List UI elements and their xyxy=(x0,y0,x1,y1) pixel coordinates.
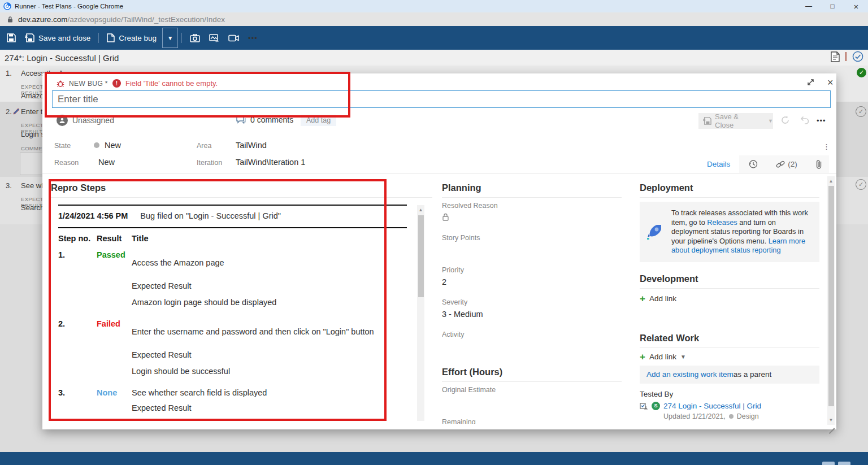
url-path: /azdevopsguide/TailWind/_testExecution/I… xyxy=(68,15,225,24)
refresh-icon[interactable] xyxy=(780,115,790,125)
dialog-more-button[interactable]: ••• xyxy=(817,116,826,125)
original-estimate-field[interactable]: Original Estimate xyxy=(442,386,622,414)
tab-details[interactable]: Details xyxy=(698,155,739,173)
add-link-label: Add link xyxy=(649,294,676,303)
bg-step3-expected: Search field should be displayed xyxy=(21,203,42,212)
repro-table-header: Step no. Result Title xyxy=(58,234,407,243)
assignee-control[interactable]: Unassigned xyxy=(57,115,114,126)
priority-value[interactable]: 2 xyxy=(442,275,622,294)
paperclip-icon xyxy=(815,159,822,170)
save-button[interactable] xyxy=(2,29,20,46)
save-close-label: Save & Close xyxy=(715,112,759,129)
url-domain: dev.azure.com xyxy=(18,15,68,24)
tested-by-workitem-link[interactable]: 274 Login - Successful | Grid xyxy=(663,402,761,410)
resize-grip[interactable] xyxy=(828,421,835,428)
story-points-field[interactable]: Story Points xyxy=(442,234,622,262)
expand-dialog-icon[interactable] xyxy=(806,78,815,86)
deployment-heading: Deployment xyxy=(640,182,819,193)
step-title: See whether search field is displayed xyxy=(132,388,407,397)
create-bug-icon xyxy=(107,33,115,42)
col-step-no: Step no. xyxy=(58,234,97,243)
save-and-close-dialog-button[interactable]: Save & Close ▼ xyxy=(698,113,773,129)
severity-field[interactable]: Severity 3 - Medium xyxy=(442,298,622,327)
mark-outcome-icon[interactable] xyxy=(852,51,863,62)
step-no: 2. xyxy=(58,319,97,381)
step-result: None xyxy=(97,388,132,418)
save-close-disabled-icon xyxy=(703,117,711,125)
original-estimate-value[interactable] xyxy=(442,395,622,414)
story-points-value[interactable] xyxy=(442,243,622,262)
save-and-close-button[interactable]: Save and close xyxy=(20,29,95,46)
repro-steps-section: Repro Steps 1/24/2021 4:56 PM Bug filed … xyxy=(51,180,432,424)
remaining-field[interactable]: Remaining xyxy=(442,418,622,424)
priority-field[interactable]: Priority 2 xyxy=(442,266,622,294)
create-bug-button[interactable]: Create bug xyxy=(102,29,161,46)
repro-steps-content: 1/24/2021 4:56 PM Bug filed on "Login - … xyxy=(51,198,432,418)
capture-image-button[interactable] xyxy=(205,29,224,46)
step-result: Failed xyxy=(97,319,132,381)
bg-comment-box[interactable] xyxy=(20,153,44,175)
history-icon xyxy=(748,159,758,169)
expected-result-label: Expected Result xyxy=(132,403,407,412)
reason-label: Reason xyxy=(54,159,79,167)
title-error-message: Field 'Title' cannot be empty. xyxy=(125,79,218,88)
related-add-link[interactable]: + Add link ▼ xyxy=(640,353,819,361)
tab-history[interactable] xyxy=(739,155,767,173)
screenshot-button[interactable] xyxy=(185,29,205,46)
add-existing-work-item-link[interactable]: Add an existing work item xyxy=(646,370,734,379)
save-close-caret-icon[interactable]: ▼ xyxy=(768,118,773,124)
bug-title-input[interactable] xyxy=(52,90,831,108)
document-icon[interactable] xyxy=(831,51,840,62)
repro-step-row: 3. None See whether search field is disp… xyxy=(58,388,407,418)
comments-control[interactable]: 0 comments xyxy=(236,115,293,124)
severity-value[interactable]: 3 - Medium xyxy=(442,307,622,327)
area-value[interactable]: TailWind xyxy=(236,141,267,150)
step1-passed-check-icon[interactable]: ✓ xyxy=(857,68,866,77)
scrollbar-thumb[interactable] xyxy=(828,186,834,406)
bg-step2-expected: Login should be successful xyxy=(21,130,42,138)
scroll-up-icon[interactable]: ▲ xyxy=(417,207,424,212)
address-bar[interactable]: dev.azure.com/azdevopsguide/TailWind/_te… xyxy=(0,12,868,27)
step-result: Passed xyxy=(97,250,132,312)
maximize-button[interactable]: □ xyxy=(821,0,844,12)
fields-overflow-icon[interactable]: ⋮ xyxy=(823,142,830,151)
title-row-icons xyxy=(831,51,863,62)
record-screen-button[interactable] xyxy=(224,29,244,46)
new-bug-dialog: NEW BUG * ! Field 'Title' cannot be empt… xyxy=(42,73,836,429)
add-tag-button[interactable]: Add tag xyxy=(301,115,336,126)
state-dot-icon xyxy=(729,414,734,419)
tester-avatar: S xyxy=(652,402,660,410)
dialog-scrollbar[interactable]: ▲ ▼ xyxy=(827,176,835,425)
step3-check-icon[interactable]: ✓ xyxy=(856,179,866,190)
activity-field[interactable]: Activity xyxy=(442,331,622,359)
scrollbar-thumb[interactable] xyxy=(418,215,424,297)
repro-scrollbar[interactable]: ▲ xyxy=(417,205,424,421)
section-divider xyxy=(442,381,622,382)
toolbar-more-button[interactable]: ••• xyxy=(244,29,262,46)
close-dialog-icon[interactable]: × xyxy=(827,79,834,86)
tab-attachments[interactable] xyxy=(806,155,831,173)
runner-toolbar: Save and close Create bug ▼ ••• xyxy=(0,26,868,50)
testcase-title: 274*: Login - Successful | Grid xyxy=(5,53,119,63)
repro-step-row: 1. Passed Access the Amazon page Expecte… xyxy=(58,250,407,312)
minimize-button[interactable]: — xyxy=(797,0,821,12)
close-window-button[interactable]: × xyxy=(844,0,868,12)
step-title: Access the Amazon page xyxy=(132,258,407,267)
avatar-unassigned-icon xyxy=(57,115,68,126)
url-text[interactable]: dev.azure.com/azdevopsguide/TailWind/_te… xyxy=(18,15,225,24)
activity-value[interactable] xyxy=(442,340,622,359)
create-bug-dropdown[interactable]: ▼ xyxy=(162,28,178,48)
scroll-up-icon[interactable]: ▲ xyxy=(827,179,835,184)
plus-icon: + xyxy=(640,295,645,302)
add-link-label: Add link xyxy=(649,353,676,361)
state-field[interactable]: New xyxy=(94,141,121,150)
development-add-link[interactable]: + Add link xyxy=(640,294,819,303)
area-label: Area xyxy=(197,142,211,150)
step2-check-icon[interactable]: ✓ xyxy=(856,106,866,117)
state-value: New xyxy=(105,141,121,150)
reason-value[interactable]: New xyxy=(98,158,115,167)
undo-icon[interactable] xyxy=(800,115,810,124)
iteration-value[interactable]: TailWind\Iteration 1 xyxy=(236,158,305,167)
tab-links[interactable]: (2) xyxy=(767,155,806,173)
releases-link[interactable]: Releases xyxy=(707,218,737,227)
